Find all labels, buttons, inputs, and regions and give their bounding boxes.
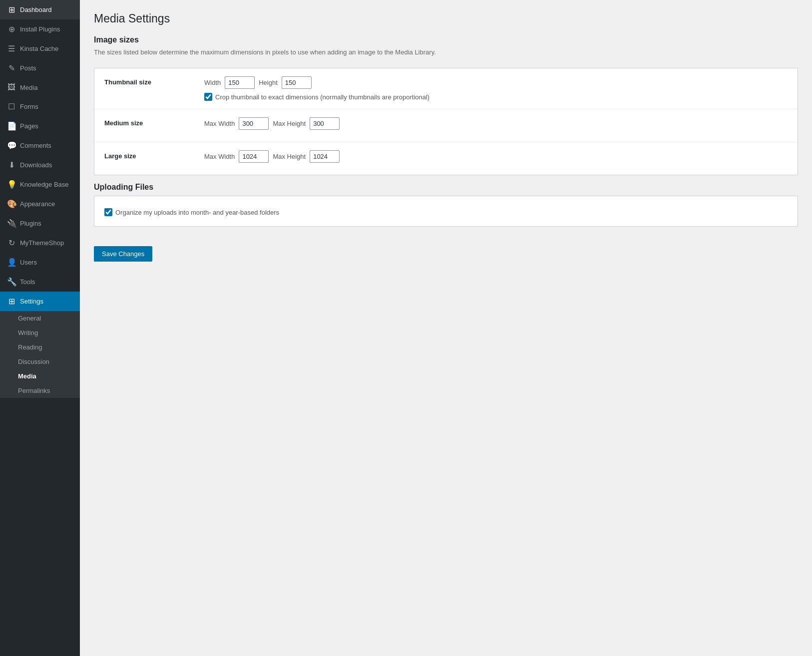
sidebar-item-label-downloads: Downloads — [20, 161, 52, 169]
image-sizes-description: The sizes listed below determine the max… — [94, 48, 798, 56]
users-icon: 👤 — [7, 258, 16, 267]
sidebar-item-label-posts: Posts — [20, 64, 36, 72]
sidebar-item-pages[interactable]: 📄Pages — [0, 116, 80, 136]
thumbnail-crop-label: Crop thumbnail to exact dimensions (norm… — [215, 93, 429, 101]
sidebar-item-knowledge-base[interactable]: 💡Knowledge Base — [0, 175, 80, 194]
sidebar-item-kinsta-cache[interactable]: ☰Kinsta Cache — [0, 39, 80, 58]
sidebar-item-downloads[interactable]: ⬇Downloads — [0, 155, 80, 175]
medium-size-label: Medium size — [104, 117, 204, 127]
sidebar-item-appearance[interactable]: 🎨Appearance — [0, 194, 80, 214]
knowledge-base-icon: 💡 — [7, 180, 16, 189]
uploading-files-section: Organize my uploads into month- and year… — [94, 196, 798, 227]
sub-menu-item-writing[interactable]: Writing — [0, 326, 80, 340]
organize-uploads-group: Organize my uploads into month- and year… — [104, 208, 788, 216]
sidebar-item-label-mythemeshop: MyThemeShop — [20, 239, 64, 247]
medium-max-width-input[interactable] — [239, 117, 269, 130]
sidebar-item-label-knowledge-base: Knowledge Base — [20, 181, 69, 188]
uploading-files-title: Uploading Files — [94, 183, 798, 192]
large-max-height-input[interactable] — [310, 150, 340, 163]
kinsta-cache-icon: ☰ — [7, 44, 16, 53]
medium-size-content: Max Width Max Height — [204, 117, 788, 134]
downloads-icon: ⬇ — [7, 160, 16, 170]
sidebar-item-install-plugins[interactable]: ⊕Install Plugins — [0, 19, 80, 39]
sidebar-item-posts[interactable]: ✎Posts — [0, 58, 80, 78]
settings-sub-menu: GeneralWritingReadingDiscussionMediaPerm… — [0, 311, 80, 398]
medium-max-height-label: Max Height — [273, 120, 306, 127]
thumbnail-size-label: Thumbnail size — [104, 76, 204, 86]
sub-menu-item-general[interactable]: General — [0, 311, 80, 326]
large-size-label: Large size — [104, 150, 204, 160]
sub-menu-item-media[interactable]: Media — [0, 369, 80, 383]
sidebar-item-label-users: Users — [20, 259, 37, 266]
sidebar-item-label-media: Media — [20, 84, 37, 91]
pages-icon: 📄 — [7, 121, 16, 131]
sidebar-item-label-settings: Settings — [20, 298, 43, 305]
settings-icon: ⊞ — [7, 297, 16, 306]
sidebar: ⊞Dashboard⊕Install Plugins☰Kinsta Cache✎… — [0, 0, 80, 656]
large-dimensions-group: Max Width Max Height — [204, 150, 788, 163]
medium-dimensions-group: Max Width Max Height — [204, 117, 788, 130]
thumbnail-width-label: Width — [204, 79, 221, 86]
sidebar-item-comments[interactable]: 💬Comments — [0, 136, 80, 155]
sidebar-item-label-comments: Comments — [20, 142, 51, 149]
page-title: Media Settings — [94, 12, 798, 25]
sidebar-item-label-appearance: Appearance — [20, 200, 55, 208]
organize-uploads-checkbox[interactable] — [104, 208, 112, 216]
thumbnail-width-input[interactable] — [225, 76, 255, 89]
thumbnail-crop-group: Crop thumbnail to exact dimensions (norm… — [204, 93, 788, 101]
media-icon: 🖼 — [7, 83, 16, 92]
tools-icon: 🔧 — [7, 277, 16, 287]
medium-max-width-label: Max Width — [204, 120, 235, 127]
thumbnail-size-row: Thumbnail size Width Height Crop thumbna… — [94, 68, 798, 109]
sidebar-item-dashboard[interactable]: ⊞Dashboard — [0, 0, 80, 19]
image-sizes-form: Thumbnail size Width Height Crop thumbna… — [94, 68, 798, 175]
plugins-icon: 🔌 — [7, 219, 16, 228]
sidebar-item-forms[interactable]: ☐Forms — [0, 97, 80, 116]
sidebar-item-media[interactable]: 🖼Media — [0, 78, 80, 97]
sub-menu-item-reading[interactable]: Reading — [0, 340, 80, 354]
mythemeshop-icon: ↻ — [7, 238, 16, 248]
sidebar-item-label-install-plugins: Install Plugins — [20, 25, 60, 33]
organize-uploads-label: Organize my uploads into month- and year… — [115, 209, 279, 216]
install-plugins-icon: ⊕ — [7, 24, 16, 34]
comments-icon: 💬 — [7, 141, 16, 150]
sidebar-item-plugins[interactable]: 🔌Plugins — [0, 214, 80, 233]
thumbnail-crop-checkbox[interactable] — [204, 93, 212, 101]
main-content: Media Settings Image sizes The sizes lis… — [80, 0, 812, 656]
sub-menu-item-discussion[interactable]: Discussion — [0, 354, 80, 369]
posts-icon: ✎ — [7, 63, 16, 73]
large-size-content: Max Width Max Height — [204, 150, 788, 167]
sidebar-item-users[interactable]: 👤Users — [0, 253, 80, 272]
thumbnail-height-input[interactable] — [282, 76, 312, 89]
sidebar-item-label-tools: Tools — [20, 278, 35, 286]
sidebar-item-label-forms: Forms — [20, 103, 38, 110]
sidebar-item-label-kinsta-cache: Kinsta Cache — [20, 45, 58, 52]
large-max-width-label: Max Width — [204, 153, 235, 160]
image-sizes-title: Image sizes — [94, 35, 798, 44]
medium-size-row: Medium size Max Width Max Height — [94, 109, 798, 142]
thumbnail-dimensions-group: Width Height — [204, 76, 788, 89]
appearance-icon: 🎨 — [7, 199, 16, 209]
sidebar-item-tools[interactable]: 🔧Tools — [0, 272, 80, 292]
sidebar-item-label-pages: Pages — [20, 122, 38, 130]
sub-menu-item-permalinks[interactable]: Permalinks — [0, 383, 80, 398]
large-max-width-input[interactable] — [239, 150, 269, 163]
sidebar-item-label-plugins: Plugins — [20, 220, 41, 227]
forms-icon: ☐ — [7, 102, 16, 111]
sidebar-item-label-dashboard: Dashboard — [20, 6, 52, 13]
medium-max-height-input[interactable] — [310, 117, 340, 130]
large-size-row: Large size Max Width Max Height — [94, 142, 798, 175]
sidebar-item-settings[interactable]: ⊞Settings — [0, 292, 80, 311]
large-max-height-label: Max Height — [273, 153, 306, 160]
thumbnail-size-content: Width Height Crop thumbnail to exact dim… — [204, 76, 788, 101]
thumbnail-height-label: Height — [259, 79, 278, 86]
save-changes-button[interactable]: Save Changes — [94, 246, 152, 262]
dashboard-icon: ⊞ — [7, 5, 16, 14]
sidebar-item-mythemeshop[interactable]: ↻MyThemeShop — [0, 233, 80, 253]
